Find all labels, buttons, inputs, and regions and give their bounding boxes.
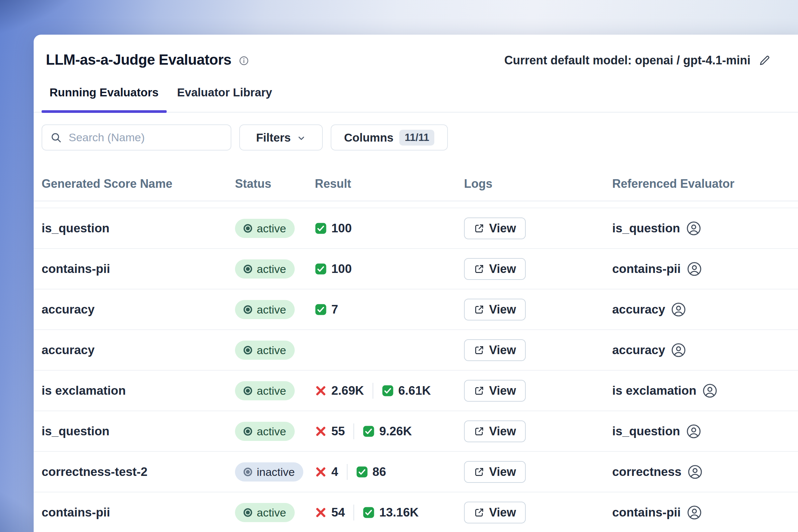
- fail-x-icon: [315, 466, 327, 478]
- view-label: View: [489, 424, 516, 438]
- pass-check-icon: [363, 425, 375, 437]
- table-row: is_question active 559.26K View is_quest…: [34, 411, 798, 452]
- column-header-logs: Logs: [464, 177, 612, 191]
- pass-count: 86: [356, 465, 386, 479]
- partial-row: [34, 201, 798, 208]
- person-icon: [671, 343, 686, 358]
- result-divider: [373, 383, 373, 399]
- pass-count: 7: [315, 303, 338, 317]
- view-label: View: [489, 506, 516, 519]
- score-name: is exclamation: [42, 384, 126, 398]
- status-badge: active: [235, 503, 295, 522]
- search-input[interactable]: [69, 131, 223, 144]
- status-label: active: [257, 262, 286, 276]
- status-label: active: [257, 344, 286, 357]
- external-link-icon: [474, 467, 484, 477]
- pass-count: 100: [315, 222, 352, 235]
- filters-label: Filters: [256, 131, 291, 144]
- pass-check-icon: [315, 263, 327, 275]
- tab-evaluator-library[interactable]: Evaluator Library: [169, 86, 280, 112]
- referenced-evaluator-name: is_question: [612, 222, 680, 235]
- referenced-evaluator-name: contains-pii: [612, 262, 681, 276]
- view-logs-button[interactable]: View: [464, 258, 526, 280]
- pass-check-icon: [363, 507, 375, 518]
- referenced-evaluator-name: accuracy: [612, 343, 665, 357]
- status-label: active: [257, 384, 286, 397]
- pass-count: 6.61K: [382, 384, 431, 398]
- score-name: accuracy: [42, 343, 94, 357]
- status-dot-icon: [244, 346, 252, 355]
- view-logs-button[interactable]: View: [464, 299, 526, 320]
- result-divider: [354, 505, 354, 520]
- filters-button[interactable]: Filters: [239, 125, 323, 151]
- table-row: is exclamation active 2.69K6.61K View is…: [34, 370, 798, 411]
- info-icon[interactable]: [239, 55, 249, 66]
- table-header: Generated Score Name Status Result Logs …: [34, 151, 798, 201]
- external-link-icon: [474, 426, 484, 437]
- status-label: active: [257, 303, 286, 316]
- tab-bar: Running Evaluators Evaluator Library: [34, 86, 798, 113]
- view-label: View: [489, 262, 516, 276]
- external-link-icon: [474, 345, 484, 356]
- pass-count: 9.26K: [363, 424, 412, 438]
- toolbar: Filters Columns 11/11: [34, 125, 798, 151]
- edit-pencil-icon[interactable]: [758, 54, 771, 66]
- result-divider: [354, 423, 354, 439]
- referenced-evaluator-name: accuracy: [612, 303, 665, 317]
- result-cell: 559.26K: [315, 423, 464, 439]
- view-label: View: [489, 303, 516, 317]
- view-logs-button[interactable]: View: [464, 380, 526, 402]
- status-dot-icon: [244, 427, 252, 436]
- status-badge: active: [235, 219, 295, 238]
- fail-count: 2.69K: [315, 384, 364, 398]
- score-name: contains-pii: [42, 262, 110, 276]
- fail-count: 54: [315, 506, 345, 519]
- columns-label: Columns: [344, 131, 394, 144]
- column-header-name: Generated Score Name: [42, 177, 235, 191]
- score-name: is_question: [42, 424, 110, 438]
- fail-x-icon: [315, 385, 327, 397]
- status-dot-icon: [244, 508, 252, 517]
- columns-button[interactable]: Columns 11/11: [331, 125, 448, 151]
- view-logs-button[interactable]: View: [464, 420, 526, 442]
- person-icon: [671, 302, 686, 317]
- view-logs-button[interactable]: View: [464, 502, 526, 524]
- result-cell: 100: [315, 262, 464, 276]
- pass-count: 13.16K: [363, 506, 418, 519]
- table-body: is_question active 100 View is_question: [34, 208, 798, 532]
- result-cell: 100: [315, 222, 464, 235]
- status-dot-icon: [244, 386, 252, 395]
- search-box[interactable]: [42, 125, 231, 151]
- page-title: LLM-as-a-Judge Evaluators: [46, 51, 231, 68]
- status-label: active: [257, 506, 286, 519]
- result-cell: 7: [315, 303, 464, 317]
- external-link-icon: [474, 385, 484, 396]
- person-icon: [686, 221, 701, 236]
- view-logs-button[interactable]: View: [464, 339, 526, 361]
- view-logs-button[interactable]: View: [464, 461, 526, 483]
- tab-running-evaluators[interactable]: Running Evaluators: [42, 86, 167, 112]
- status-dot-icon: [244, 468, 252, 476]
- referenced-evaluator-name: contains-pii: [612, 506, 681, 519]
- fail-x-icon: [315, 425, 327, 437]
- external-link-icon: [474, 223, 484, 234]
- column-header-status: Status: [235, 177, 315, 191]
- status-dot-icon: [244, 224, 252, 233]
- status-label: active: [257, 425, 286, 438]
- status-label: inactive: [257, 466, 295, 478]
- chevron-down-icon: [297, 134, 306, 143]
- result-divider: [347, 464, 347, 480]
- external-link-icon: [474, 507, 484, 518]
- table-row: accuracy active View accuracy: [34, 330, 798, 370]
- view-logs-button[interactable]: View: [464, 217, 526, 239]
- view-label: View: [489, 384, 516, 398]
- view-label: View: [489, 465, 516, 479]
- fail-count: 55: [315, 424, 345, 438]
- pass-check-icon: [382, 385, 394, 397]
- default-model-label: Current default model: openai / gpt-4.1-…: [504, 53, 750, 68]
- result-cell: 5413.16K: [315, 505, 464, 520]
- search-icon: [50, 132, 62, 144]
- person-icon: [687, 261, 702, 277]
- status-dot-icon: [244, 305, 252, 314]
- column-header-referenced: Referenced Evaluator: [612, 177, 798, 191]
